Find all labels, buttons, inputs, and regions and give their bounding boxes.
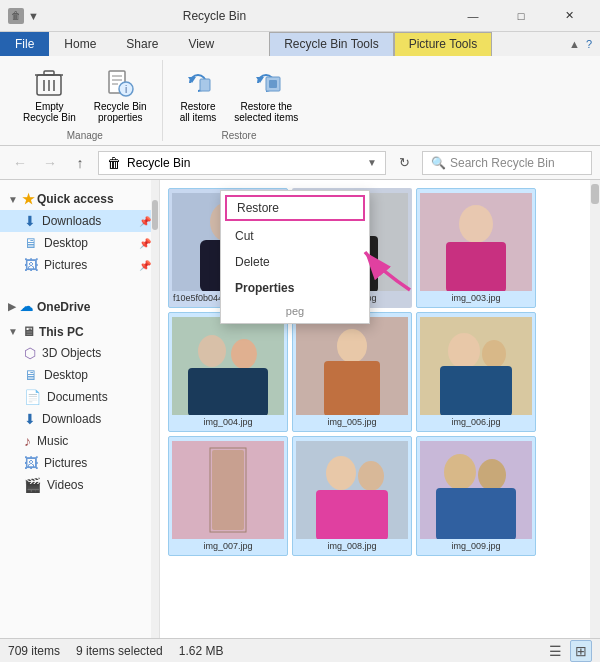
- tab-home[interactable]: Home: [49, 32, 111, 56]
- tab-view[interactable]: View: [173, 32, 229, 56]
- pictures-pc-icon: 🖼: [24, 455, 38, 471]
- address-bar: ← → ↑ 🗑 Recycle Bin ▼ ↻ 🔍 Search Recycle…: [0, 146, 600, 180]
- refresh-button[interactable]: ↻: [392, 151, 416, 175]
- restore-all-items-button[interactable]: Restoreall items: [173, 62, 224, 128]
- search-box[interactable]: 🔍 Search Recycle Bin: [422, 151, 592, 175]
- scrollbar[interactable]: [590, 180, 600, 638]
- table-row[interactable]: img_005.jpg: [292, 312, 412, 432]
- table-row[interactable]: img_008.jpg: [292, 436, 412, 556]
- sidebar-item-desktop-quick[interactable]: 🖥 Desktop 📌: [0, 232, 159, 254]
- restore-all-label: Restoreall items: [180, 101, 217, 123]
- sidebar-item-music[interactable]: ♪ Music: [0, 430, 159, 452]
- back-button[interactable]: ←: [8, 151, 32, 175]
- videos-icon: 🎬: [24, 477, 41, 493]
- sidebar-item-pictures-pc[interactable]: 🖼 Pictures: [0, 452, 159, 474]
- address-path[interactable]: 🗑 Recycle Bin ▼: [98, 151, 386, 175]
- maximize-button[interactable]: □: [498, 0, 544, 32]
- table-row[interactable]: img_003.jpg: [416, 188, 536, 308]
- path-text: Recycle Bin: [127, 156, 190, 170]
- recycle-bin-properties-button[interactable]: i Recycle Binproperties: [87, 62, 154, 128]
- context-menu-delete[interactable]: Delete: [221, 249, 369, 275]
- pin-icon: 📌: [139, 216, 151, 227]
- up-button[interactable]: ↑: [68, 151, 92, 175]
- svg-point-45: [444, 454, 476, 490]
- downloads-quick-icon: ⬇: [24, 213, 36, 229]
- table-row[interactable]: img_006.jpg: [416, 312, 536, 432]
- ribbon-tabs: File Home Share View Recycle Bin Tools P…: [0, 32, 600, 56]
- desktop-pc-icon: 🖥: [24, 367, 38, 383]
- sidebar-item-downloads-quick[interactable]: ⬇ Downloads 📌: [0, 210, 159, 232]
- table-row[interactable]: img_007.jpg: [168, 436, 288, 556]
- path-dropdown[interactable]: ▼: [367, 157, 377, 168]
- sidebar-item-videos[interactable]: 🎬 Videos: [0, 474, 159, 496]
- table-row[interactable]: img_004.jpg: [168, 312, 288, 432]
- 3d-objects-icon: ⬡: [24, 345, 36, 361]
- svg-point-27: [198, 335, 226, 367]
- desktop-pc-label: Desktop: [44, 368, 88, 382]
- view-controls: ☰ ⊞: [544, 640, 592, 662]
- window-controls: — □ ✕: [450, 0, 592, 32]
- file-thumbnail: [172, 317, 284, 415]
- tab-file[interactable]: File: [0, 32, 49, 56]
- downloads-quick-label: Downloads: [42, 214, 101, 228]
- properties-label: Recycle Binproperties: [94, 101, 147, 123]
- svg-point-28: [231, 339, 257, 369]
- sidebar-item-3d-objects[interactable]: ⬡ 3D Objects: [0, 342, 159, 364]
- tab-recyclebin-tools[interactable]: Recycle Bin Tools: [269, 32, 394, 56]
- downloads-pc-label: Downloads: [42, 412, 101, 426]
- ribbon: EmptyRecycle Bin i Recycle Binproperties…: [0, 56, 600, 146]
- close-button[interactable]: ✕: [546, 0, 592, 32]
- ribbon-group-restore: Restoreall items Restore theselected ite…: [165, 60, 314, 141]
- pictures-quick-label: Pictures: [44, 258, 87, 272]
- file-thumbnail: [172, 441, 284, 539]
- sidebar-onedrive: ▶ ☁ OneDrive: [0, 296, 159, 317]
- chevron-down-icon-2: ▼: [8, 326, 18, 337]
- videos-label: Videos: [47, 478, 83, 492]
- manage-buttons: EmptyRecycle Bin i Recycle Binproperties: [16, 62, 154, 128]
- search-placeholder: Search Recycle Bin: [450, 156, 555, 170]
- sidebar-item-downloads-pc[interactable]: ⬇ Downloads: [0, 408, 159, 430]
- ribbon-group-manage: EmptyRecycle Bin i Recycle Binproperties…: [8, 60, 163, 141]
- svg-point-41: [326, 456, 356, 490]
- file-name: img_004.jpg: [173, 417, 283, 427]
- svg-point-35: [482, 340, 506, 368]
- svg-rect-32: [324, 361, 380, 415]
- svg-point-24: [459, 205, 493, 243]
- context-menu-properties[interactable]: Properties: [221, 275, 369, 301]
- large-icons-view-button[interactable]: ⊞: [570, 640, 592, 662]
- context-menu-filename: peg: [221, 301, 369, 321]
- onedrive-header[interactable]: ▶ ☁ OneDrive: [0, 296, 159, 317]
- svg-rect-43: [316, 490, 388, 539]
- sidebar-item-desktop-pc[interactable]: 🖥 Desktop: [0, 364, 159, 386]
- tab-picture-tools[interactable]: Picture Tools: [394, 32, 492, 56]
- tab-share[interactable]: Share: [111, 32, 173, 56]
- sidebar: ▼ ★ Quick access ⬇ Downloads 📌 🖥 Desktop…: [0, 180, 160, 638]
- minimize-button[interactable]: —: [450, 0, 496, 32]
- context-menu: Restore Cut Delete Properties peg: [220, 190, 370, 324]
- context-menu-cut[interactable]: Cut: [221, 223, 369, 249]
- window-title: Recycle Bin: [0, 9, 450, 23]
- chevron-down-icon: ▼: [8, 194, 18, 205]
- svg-point-46: [478, 459, 506, 491]
- file-name: img_006.jpg: [421, 417, 531, 427]
- table-row[interactable]: img_009.jpg: [416, 436, 536, 556]
- documents-icon: 📄: [24, 389, 41, 405]
- file-thumbnail: [420, 317, 532, 415]
- details-view-button[interactable]: ☰: [544, 640, 566, 662]
- sidebar-item-documents[interactable]: 📄 Documents: [0, 386, 159, 408]
- quick-access-header[interactable]: ▼ ★ Quick access: [0, 188, 159, 210]
- desktop-quick-icon: 🖥: [24, 235, 38, 251]
- empty-recycle-bin-button[interactable]: EmptyRecycle Bin: [16, 62, 83, 128]
- sidebar-item-pictures-quick[interactable]: 🖼 Pictures 📌: [0, 254, 159, 276]
- svg-point-34: [448, 333, 480, 369]
- restore-all-icon: [182, 67, 214, 99]
- quick-access-label: Quick access: [37, 192, 114, 206]
- file-thumbnail: [420, 193, 532, 291]
- this-pc-header[interactable]: ▼ 🖥 This PC: [0, 321, 159, 342]
- forward-button[interactable]: →: [38, 151, 62, 175]
- svg-point-42: [358, 461, 384, 491]
- pictures-quick-icon: 🖼: [24, 257, 38, 273]
- file-name: img_008.jpg: [297, 541, 407, 551]
- restore-selected-button[interactable]: Restore theselected items: [227, 62, 305, 128]
- context-menu-restore[interactable]: Restore: [225, 195, 365, 221]
